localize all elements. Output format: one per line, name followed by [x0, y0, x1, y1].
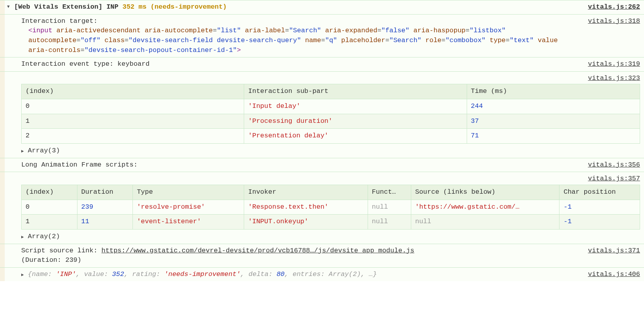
log-message: Interaction event type: keyboard: [7, 59, 580, 69]
laf-scripts-table: (index) Duration Type Invoker Funct… Sou…: [21, 185, 640, 230]
html-element-dump: <input aria-activedescendant aria-autoco…: [21, 26, 580, 55]
gutter-marker: [0, 244, 5, 267]
log-message: Interaction target: <input aria-activede…: [7, 17, 580, 56]
array-summary[interactable]: Array(2): [21, 230, 640, 242]
source-link[interactable]: vitals.js:371: [580, 246, 640, 256]
th-type: Type: [133, 185, 244, 200]
object-preview[interactable]: {name: 'INP', value: 352, rating: 'needs…: [28, 270, 377, 278]
gutter-marker: [0, 72, 5, 158]
script-source-link[interactable]: https://www.gstatic.com/devrel-devsite/p…: [101, 247, 414, 254]
table-row: 0 239 'resolve-promise' 'Response.text.t…: [22, 200, 640, 215]
th-subpart: Interaction sub-part: [244, 84, 467, 99]
th-source: Source (links below): [411, 185, 559, 200]
th-invoker: Invoker: [244, 185, 368, 200]
gutter-marker: [0, 268, 5, 282]
log-message: Long Animation Frame scripts:: [7, 160, 580, 170]
console-panel: [Web Vitals Extension] INP 352 ms (needs…: [0, 0, 644, 281]
log-entry-laf: Long Animation Frame scripts: vitals.js:…: [0, 158, 644, 172]
target-label: Interaction target:: [21, 17, 580, 26]
log-message: Script source link: https://www.gstatic.…: [7, 246, 580, 265]
log-entry-event-type: Interaction event type: keyboard vitals.…: [0, 57, 644, 71]
source-link[interactable]: vitals.js:318: [580, 17, 640, 26]
th-index: (index): [22, 84, 244, 99]
log-message: [Web Vitals Extension] INP 352 ms (needs…: [14, 2, 580, 12]
table-group: vitals.js:323 (index) Interaction sub-pa…: [7, 74, 640, 156]
source-link[interactable]: vitals.js:356: [580, 160, 640, 170]
interaction-subpart-table: (index) Interaction sub-part Time (ms) 0…: [21, 84, 640, 144]
th-duration: Duration: [77, 185, 133, 200]
source-link[interactable]: vitals.js:262: [580, 2, 640, 12]
log-entry-scriptlink: Script source link: https://www.gstatic.…: [0, 244, 644, 267]
table-row: 1 11 'event-listener' 'INPUT.onkeyup' nu…: [22, 215, 640, 230]
source-link[interactable]: vitals.js:357: [588, 174, 640, 184]
log-entry-table1: vitals.js:323 (index) Interaction sub-pa…: [0, 71, 644, 158]
table-row: 2 'Presentation delay' 71: [22, 129, 640, 144]
gutter-marker: [0, 172, 5, 243]
array-summary[interactable]: Array(3): [21, 144, 640, 156]
th-index: (index): [22, 185, 77, 200]
gutter-marker: [0, 57, 5, 71]
log-entry-object: {name: 'INP', value: 352, rating: 'needs…: [0, 267, 644, 282]
inp-value: 352 ms (needs-improvement): [122, 3, 226, 11]
log-entry-header: [Web Vitals Extension] INP 352 ms (needs…: [0, 0, 644, 14]
disclosure-triangle-icon[interactable]: [21, 233, 24, 241]
disclosure-triangle-icon[interactable]: [21, 147, 24, 155]
disclosure-triangle-icon[interactable]: [7, 2, 14, 11]
gutter-marker: [0, 158, 5, 172]
log-entry-table2: vitals.js:357 (index) Duration Type Invo…: [0, 172, 644, 243]
source-link[interactable]: vitals.js:319: [580, 59, 640, 69]
log-entry-target: Interaction target: <input aria-activede…: [0, 14, 644, 57]
gutter-marker: [0, 0, 5, 14]
log-message: {name: 'INP', value: 352, rating: 'needs…: [7, 270, 580, 280]
table-group: vitals.js:357 (index) Duration Type Invo…: [7, 174, 640, 241]
disclosure-triangle-icon[interactable]: [21, 270, 24, 279]
table-row: 1 'Processing duration' 37: [22, 114, 640, 129]
source-link[interactable]: vitals.js:406: [580, 270, 640, 280]
gutter-marker: [0, 15, 5, 57]
th-function: Funct…: [368, 185, 411, 200]
table-row: 0 'Input delay' 244: [22, 99, 640, 114]
th-charpos: Char position: [559, 185, 640, 200]
log-prefix: [Web Vitals Extension] INP: [14, 3, 118, 11]
source-link[interactable]: vitals.js:323: [588, 74, 640, 83]
th-time: Time (ms): [467, 84, 640, 99]
